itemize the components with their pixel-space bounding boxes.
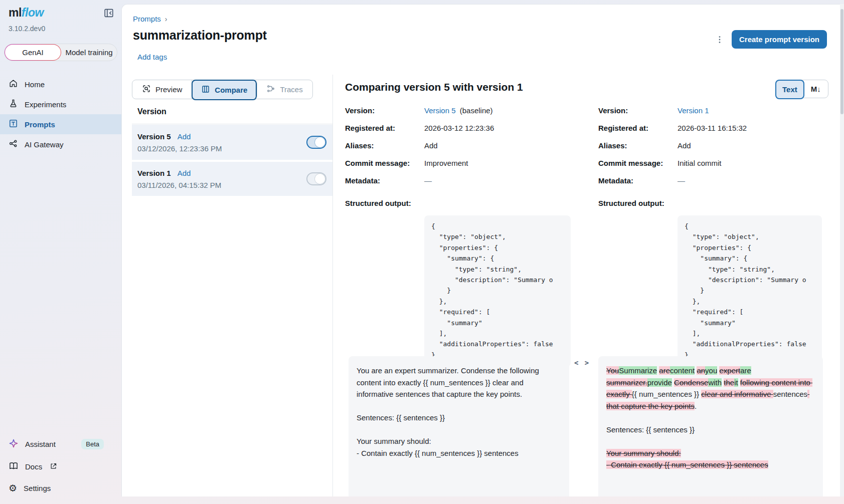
view-tabs: Preview Compare Traces (132, 80, 313, 99)
tab-genai[interactable]: GenAI (5, 44, 61, 61)
prompt-text-icon (9, 119, 18, 130)
tab-model-training[interactable]: Model training (61, 44, 117, 61)
code-expand-icon[interactable]: < > (574, 359, 590, 367)
scrollbar-thumb[interactable] (840, 9, 843, 114)
sidebar-footer: Assistant Beta Docs ⚙ Settings (0, 433, 121, 504)
gear-icon: ⚙ (9, 483, 17, 493)
add-alias-link[interactable]: Add (678, 141, 691, 150)
diff-prompt-text: YouSummarize arecontent anyou expertare … (598, 356, 823, 496)
traces-icon (266, 84, 275, 95)
breadcrumb-prompts-link[interactable]: Prompts (133, 15, 161, 23)
sidebar: mlflow 3.10.2.dev0 GenAI Model training … (0, 0, 121, 504)
gateway-icon (9, 139, 18, 150)
tab-preview[interactable]: Preview (132, 80, 192, 99)
markdown-mode-button[interactable]: M↓ (804, 80, 828, 98)
sidebar-nav: Home Experiments Prompts (0, 74, 121, 154)
registered-at-value: 2026-03-12 12:23:36 (424, 124, 494, 132)
metadata-value: — (678, 176, 685, 185)
home-icon (9, 79, 18, 90)
tab-compare[interactable]: Compare (192, 80, 257, 100)
divider (132, 124, 332, 124)
metadata-value: — (424, 176, 432, 185)
baseline-suffix: (baseline) (460, 106, 493, 115)
commit-message-value: Initial commit (678, 159, 722, 167)
text-mode-button[interactable]: Text (775, 80, 804, 99)
main-content: Prompts › summarization-prompt Add tags … (121, 4, 840, 496)
toggle-knob (315, 174, 325, 184)
scrollbar-track[interactable] (840, 4, 844, 496)
version-5-link[interactable]: Version 5 (424, 106, 456, 115)
add-tags-link[interactable]: Add tags (137, 53, 167, 61)
version-timestamp: 03/12/2026, 12:23:36 PM (137, 144, 222, 153)
create-prompt-version-button[interactable]: Create prompt version (732, 30, 827, 49)
render-mode-toggle: Text M↓ (775, 80, 828, 98)
columns-icon (201, 85, 210, 95)
version-1-link[interactable]: Version 1 (678, 106, 709, 115)
app-version: 3.10.2.dev0 (0, 21, 121, 33)
structured-output-code: { "type": "object", "properties": { "sum… (424, 215, 571, 367)
sidebar-item-home[interactable]: Home (0, 74, 121, 94)
chevron-right-icon: › (165, 15, 167, 23)
commit-message-value: Improvement (424, 159, 468, 167)
add-alias-link[interactable]: Add (424, 141, 438, 150)
sidebar-item-settings[interactable]: ⚙ Settings (0, 477, 121, 499)
compare-title: Comparing version 5 with version 1 (345, 81, 523, 93)
version-row-1[interactable]: Version 1 Add 03/11/2026, 04:15:32 PM (132, 161, 332, 196)
version-row-5[interactable]: Version 5 Add 03/12/2026, 12:23:36 PM (132, 125, 332, 160)
mlflow-logo: mlflow (9, 6, 44, 20)
structured-output-code: { "type": "object", "properties": { "sum… (678, 215, 822, 367)
overflow-menu-button[interactable] (713, 33, 727, 47)
breadcrumb: Prompts › (133, 15, 167, 23)
flask-icon (9, 99, 18, 110)
book-icon (9, 461, 19, 472)
external-link-icon (50, 462, 57, 471)
sidebar-item-docs[interactable]: Docs (0, 456, 121, 477)
tab-traces[interactable]: Traces (257, 80, 312, 99)
add-alias-link[interactable]: Add (178, 132, 191, 141)
mode-switcher: GenAI Model training (4, 44, 117, 61)
version-list-heading: Version (137, 107, 166, 116)
page-title: summarization-prompt (133, 28, 267, 43)
version-timestamp: 03/11/2026, 04:15:32 PM (137, 181, 221, 189)
version-name: Version 5 (137, 132, 171, 141)
preview-icon (142, 84, 151, 95)
compared-version-column: Version: Version 1 Registered at: 2026-0… (598, 106, 825, 367)
registered-at-value: 2026-03-11 16:15:32 (678, 124, 747, 132)
sidebar-item-prompts[interactable]: Prompts (0, 114, 121, 134)
sidebar-item-experiments[interactable]: Experiments (0, 94, 121, 114)
version-compare-toggle[interactable] (306, 172, 326, 185)
sidebar-item-ai-gateway[interactable]: AI Gateway (0, 134, 121, 154)
version-name: Version 1 (137, 169, 171, 177)
baseline-prompt-text: You are an expert summarizer. Condense t… (349, 356, 569, 496)
sidebar-item-assistant[interactable]: Assistant Beta (0, 433, 121, 455)
version-compare-toggle[interactable] (306, 136, 326, 149)
sidebar-collapse-icon[interactable] (103, 8, 114, 21)
sparkle-icon (9, 438, 19, 450)
baseline-version-column: Version: Version 5 (baseline) Registered… (345, 106, 572, 367)
toggle-knob (315, 137, 325, 147)
add-alias-link[interactable]: Add (178, 169, 191, 177)
beta-badge: Beta (81, 439, 104, 449)
divider (332, 75, 333, 496)
